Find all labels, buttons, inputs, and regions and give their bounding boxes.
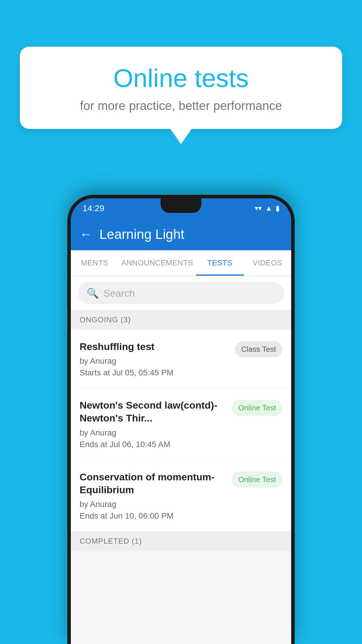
badge-online-test-2: Online Test	[232, 472, 282, 488]
tab-videos[interactable]: VIDEOS	[244, 250, 291, 276]
test-info: Newton's Second law(contd)-Newton's Thir…	[80, 399, 226, 449]
status-bar: 14:29 ▾▾ ▲ ▮	[71, 198, 291, 218]
battery-icon: ▮	[276, 204, 280, 212]
badge-class-test: Class Test	[235, 341, 282, 357]
completed-section-header: COMPLETED (1)	[71, 531, 291, 551]
ongoing-section-header: ONGOING (3)	[71, 310, 291, 330]
test-name: Conservation of momentum-Equilibrium	[80, 470, 226, 496]
tab-tests[interactable]: TESTS	[196, 250, 244, 276]
test-item[interactable]: Newton's Second law(contd)-Newton's Thir…	[71, 388, 291, 460]
search-container: 🔍 Search	[71, 276, 291, 310]
test-date: Ends at Jul 06, 10:45 AM	[80, 440, 226, 449]
ongoing-label: ONGOING (3)	[80, 315, 131, 324]
app-title: Learning Light	[99, 226, 184, 242]
promo-card: Online tests for more practice, better p…	[20, 47, 342, 129]
test-name: Newton's Second law(contd)-Newton's Thir…	[80, 399, 226, 424]
test-by: by Anurag	[80, 428, 226, 438]
search-bar[interactable]: 🔍 Search	[78, 282, 284, 304]
search-input[interactable]: Search	[103, 288, 135, 299]
status-time: 14:29	[82, 203, 104, 213]
notch	[161, 198, 201, 213]
phone-screen: 14:29 ▾▾ ▲ ▮ ← Learning Light MENTS ANNO…	[71, 198, 291, 644]
completed-label: COMPLETED (1)	[80, 537, 142, 545]
test-date: Ends at Jun 10, 06:00 PM	[80, 511, 226, 521]
test-item[interactable]: Conservation of momentum-Equilibrium by …	[71, 460, 291, 531]
tab-bar: MENTS ANNOUNCEMENTS TESTS VIDEOS	[71, 250, 291, 276]
test-list: Reshuffling test by Anurag Starts at Jul…	[71, 330, 291, 531]
test-item[interactable]: Reshuffling test by Anurag Starts at Jul…	[71, 330, 291, 388]
back-button[interactable]: ←	[80, 227, 92, 242]
test-by: by Anurag	[80, 356, 229, 366]
search-icon: 🔍	[87, 287, 99, 299]
phone-frame: 14:29 ▾▾ ▲ ▮ ← Learning Light MENTS ANNO…	[67, 195, 295, 644]
test-name: Reshuffling test	[80, 340, 229, 353]
tab-announcements[interactable]: ANNOUNCEMENTS	[118, 250, 196, 276]
status-icons: ▾▾ ▲ ▮	[255, 204, 280, 212]
badge-online-test: Online Test	[232, 400, 282, 416]
app-bar: ← Learning Light	[71, 218, 291, 250]
test-by: by Anurag	[80, 500, 226, 509]
test-date: Starts at Jul 05, 05:45 PM	[80, 368, 229, 377]
tab-ments[interactable]: MENTS	[71, 250, 118, 276]
promo-subtitle: for more practice, better performance	[37, 99, 325, 113]
test-info: Reshuffling test by Anurag Starts at Jul…	[80, 340, 229, 377]
promo-title: Online tests	[37, 64, 325, 92]
wifi-icon: ▾▾	[255, 204, 262, 212]
test-info: Conservation of momentum-Equilibrium by …	[80, 470, 226, 521]
signal-icon: ▲	[265, 204, 272, 212]
